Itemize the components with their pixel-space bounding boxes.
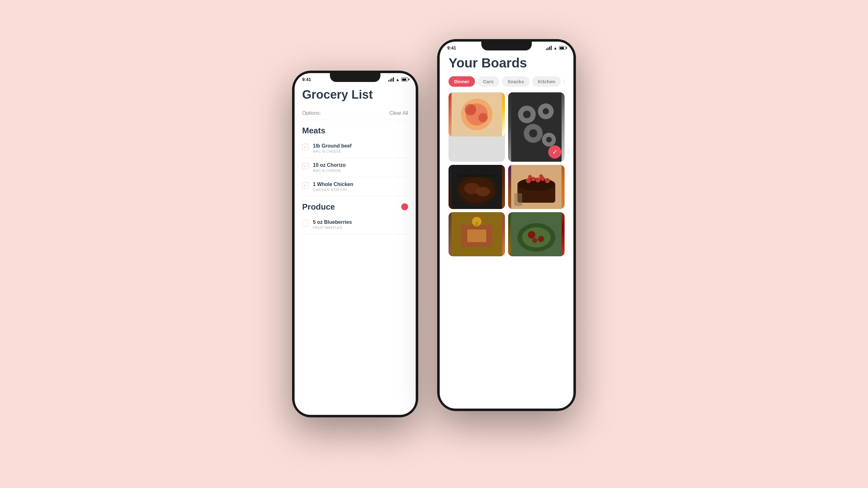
- food-svg-1: [448, 92, 505, 136]
- check-icon: ✓: [304, 145, 307, 149]
- board-card-2[interactable]: ✓: [508, 92, 565, 162]
- food-svg-3: [448, 165, 505, 209]
- status-time-1: 9:41: [302, 77, 311, 82]
- board-image-5: [448, 212, 505, 256]
- svg-point-30: [528, 175, 532, 179]
- status-icons-2: ▲: [546, 46, 566, 51]
- wifi-icon-2: ▲: [553, 46, 557, 51]
- check-icon: ✓: [304, 183, 307, 188]
- board-card-3[interactable]: [448, 165, 505, 209]
- board-check-badge: ✓: [548, 145, 561, 159]
- board-card-1[interactable]: [448, 92, 505, 162]
- signal-icon-2: [546, 46, 552, 50]
- item-sub: MAC N CHEESE: [313, 150, 352, 153]
- board-image-6: [508, 212, 565, 256]
- board-card-4[interactable]: [508, 165, 565, 209]
- tab-dinner[interactable]: Dinner: [448, 76, 475, 87]
- meats-title: Meats: [302, 126, 326, 135]
- svg-point-13: [529, 129, 537, 137]
- svg-point-6: [480, 115, 486, 121]
- clear-all-button[interactable]: Clear All: [389, 110, 408, 116]
- phone-boards-inner: 9:41 ▲ Your Boards Dinner Cars: [440, 42, 574, 409]
- list-item: ✓ 1 Whole Chicken CHICKEN STIR FRY: [302, 177, 408, 196]
- produce-badge: [401, 203, 408, 210]
- svg-point-43: [532, 238, 537, 243]
- boards-grid: ✓: [448, 92, 565, 256]
- produce-title: Produce: [302, 202, 335, 212]
- svg-point-4: [467, 106, 474, 113]
- phone-boards: 9:41 ▲ Your Boards Dinner Cars: [437, 39, 576, 411]
- svg-point-20: [476, 187, 490, 196]
- checkbox-ground-beef[interactable]: ✓: [302, 144, 308, 150]
- signal-icon-1: [388, 77, 394, 82]
- boards-title: Your Boards: [448, 52, 565, 76]
- svg-point-41: [528, 231, 535, 239]
- list-item: ✓ 1lb Ground beef MAC N CHEESE: [302, 139, 408, 158]
- checkbox-blueberries[interactable]: [302, 220, 308, 226]
- board-image-4: [508, 165, 565, 209]
- item-sub: CHICKEN STIR FRY: [313, 188, 353, 192]
- tab-quickrec[interactable]: quick rec...: [563, 76, 565, 87]
- options-label: Options:: [302, 110, 321, 116]
- phones-container: 9:41 ▲ Grocery List Options: Clear All: [292, 39, 576, 449]
- battery-icon-1: [401, 77, 408, 82]
- checkbox-chorizo[interactable]: ✓: [302, 163, 308, 169]
- tab-snacks[interactable]: Snacks: [502, 76, 530, 87]
- options-row: Options: Clear All: [302, 108, 408, 120]
- list-item: ✓ 10 oz Chorizo MAC N CHEESE: [302, 158, 408, 177]
- grocery-title: Grocery List: [302, 83, 408, 108]
- svg-point-9: [523, 111, 531, 118]
- item-sub: MAC N CHEESE: [313, 169, 346, 172]
- svg-point-15: [546, 137, 552, 142]
- phone-grocery-inner: 9:41 ▲ Grocery List Options: Clear All: [294, 73, 416, 415]
- board-card-5[interactable]: [448, 212, 505, 256]
- item-sub: FRUIT WAFFLES: [313, 226, 352, 229]
- notch-2: [481, 42, 532, 51]
- status-icons-1: ▲: [388, 77, 408, 82]
- status-time-2: 9:41: [447, 45, 456, 51]
- svg-point-42: [538, 236, 545, 242]
- check-icon: ✓: [304, 164, 307, 168]
- svg-rect-21: [458, 174, 496, 177]
- boards-content: Your Boards Dinner Cars Snacks Kitchen q…: [440, 52, 574, 256]
- svg-point-11: [543, 108, 549, 115]
- battery-icon-2: [559, 46, 566, 50]
- board-image-1: [448, 92, 505, 136]
- tab-cars[interactable]: Cars: [477, 76, 499, 87]
- svg-point-40: [522, 227, 551, 248]
- svg-point-29: [545, 178, 550, 183]
- item-name: 1lb Ground beef: [313, 143, 352, 149]
- list-item: 5 oz Blueberries FRUIT WAFFLES: [302, 215, 408, 234]
- svg-point-37: [475, 221, 478, 227]
- notch-1: [330, 73, 380, 82]
- produce-section-header: Produce: [302, 196, 408, 215]
- food-svg-4: [508, 165, 565, 209]
- board-card-6[interactable]: [508, 212, 565, 256]
- food-svg-6: [508, 212, 565, 256]
- item-name: 5 oz Blueberries: [313, 219, 352, 225]
- grocery-content: Grocery List Options: Clear All Meats ✓ …: [294, 83, 416, 234]
- svg-point-25: [526, 178, 531, 183]
- wifi-icon-1: ▲: [396, 77, 400, 82]
- food-svg-5: [448, 212, 505, 256]
- item-name: 1 Whole Chicken: [313, 182, 353, 187]
- item-name: 10 oz Chorizo: [313, 162, 346, 168]
- filter-tabs: Dinner Cars Snacks Kitchen quick rec...: [448, 76, 565, 87]
- meats-section-header: Meats: [302, 120, 408, 139]
- svg-point-31: [539, 174, 543, 178]
- checkbox-chicken[interactable]: ✓: [302, 182, 308, 189]
- svg-point-27: [535, 177, 540, 183]
- phone-grocery: 9:41 ▲ Grocery List Options: Clear All: [292, 71, 418, 417]
- tab-kitchen[interactable]: Kitchen: [532, 76, 561, 87]
- svg-rect-35: [467, 229, 486, 242]
- board-image-3: [448, 165, 505, 209]
- svg-rect-32: [515, 193, 522, 206]
